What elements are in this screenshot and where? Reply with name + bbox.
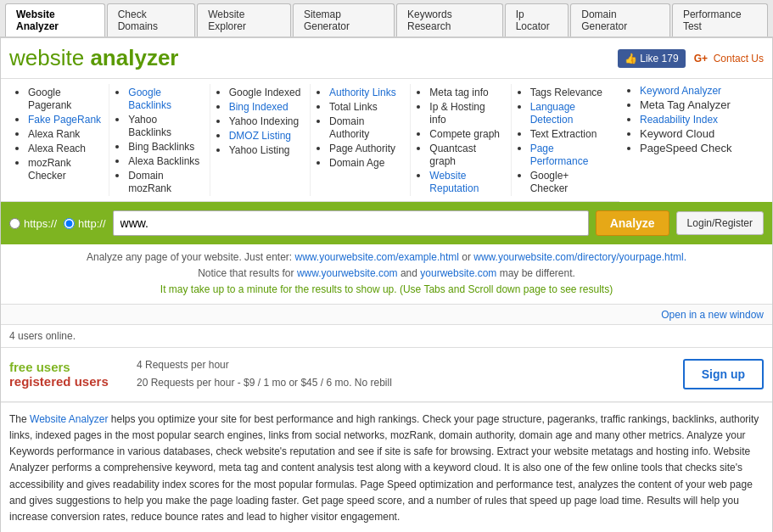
list-item: Yahoo Listing <box>229 143 303 156</box>
text-item: Text Extraction <box>530 128 597 140</box>
text-item: Alexa Backlinks <box>128 155 199 167</box>
users-online: 4 users online. <box>1 325 772 348</box>
info-url2-link[interactable]: yourwebsite.com <box>420 267 496 279</box>
link-item[interactable]: Website Reputation <box>429 170 479 194</box>
nav-tab-website-explorer[interactable]: Website Explorer <box>197 3 291 36</box>
url-input[interactable] <box>113 210 589 236</box>
info-line2: Notice that results for www.yourwebsite.… <box>9 266 764 282</box>
list-item: Quantcast graph <box>429 142 503 167</box>
facebook-like-button[interactable]: 👍 Like 179 <box>618 49 686 68</box>
sidebar-link[interactable]: Readability Index <box>640 114 718 126</box>
text-item: Google Indexed <box>229 87 301 98</box>
text-item: Compete graph <box>429 128 500 140</box>
header-right: 👍 Like 179 G+ Contact Us <box>618 49 764 68</box>
list-item: Keyword Cloud <box>640 127 764 140</box>
info-or: or <box>459 251 473 263</box>
users-requests: 4 Requests per hour 20 Requests per hour… <box>137 356 675 393</box>
list-item: Google Indexed <box>229 86 303 98</box>
nav-tab-website-analyzer[interactable]: Website Analyzer <box>5 3 105 36</box>
sidebar-link[interactable]: Keyword Analyzer <box>640 85 721 97</box>
info-line1-text: Analyze any page of your website. Just e… <box>87 251 294 263</box>
text-item: Total Links <box>329 101 378 113</box>
list-item: Website Reputation <box>429 169 503 194</box>
sidebar-list: Keyword AnalyzerMeta Tag AnalyzerReadabi… <box>628 84 764 154</box>
list-item: Page Performance <box>530 142 604 167</box>
text-item: Google Pagerank <box>28 87 71 111</box>
description-section: The Website Analyzer helps you optimize … <box>1 402 772 532</box>
sidebar-keywords: Keyword AnalyzerMeta Tag AnalyzerReadabi… <box>619 79 772 160</box>
nav-tab-check-domains[interactable]: Check Domains <box>107 3 196 36</box>
info-and: and <box>398 267 421 279</box>
links-col-5: Meta tag infoIp & Hosting infoCompete gr… <box>411 84 511 196</box>
info-line2-rest: may be different. <box>496 267 575 279</box>
text-item: Alexa Reach <box>28 143 86 154</box>
list-item: Compete graph <box>429 127 503 140</box>
http-label[interactable]: http:// <box>78 217 106 230</box>
desc-after: helps you optimize your site for best pe… <box>9 413 759 523</box>
text-item: Page Authority <box>329 143 395 154</box>
list-item: PageSpeed Check <box>640 142 764 154</box>
text-item: Domain Age <box>329 157 384 169</box>
new-window-link[interactable]: Open in a new window <box>661 309 764 321</box>
text-item: Tags Relevance <box>530 87 602 98</box>
col5-list: Meta tag infoIp & Hosting infoCompete gr… <box>417 86 503 194</box>
info-url1-link[interactable]: www.yourwebsite.com <box>297 267 398 279</box>
website-analyzer-link[interactable]: Website Analyzer <box>30 413 109 425</box>
links-col-4: Authority LinksTotal LinksDomain Authori… <box>311 84 411 196</box>
list-item: Domain Authority <box>329 115 403 140</box>
text-item: Domain mozRank <box>128 170 171 194</box>
info-example1-link[interactable]: www.yourwebsite.com/example.html <box>294 251 458 263</box>
links-col-2: Google BacklinksYahoo BacklinksBing Back… <box>109 84 210 196</box>
site-title: website analyzer <box>9 45 178 71</box>
list-item: Keyword Analyzer <box>640 84 764 97</box>
link-item[interactable]: Language Detection <box>530 101 575 126</box>
text-item: Google+ Checker <box>530 170 569 194</box>
text-item: Yahoo Backlinks <box>128 114 171 138</box>
list-item: Yahoo Backlinks <box>128 113 202 138</box>
link-item[interactable]: Page Performance <box>530 143 589 167</box>
sidebar-text: Meta Tag Analyzer <box>640 98 731 111</box>
nav-tab-domain-generator[interactable]: Domain Generator <box>570 3 670 36</box>
list-item: Google+ Checker <box>530 169 604 194</box>
list-item: Meta Tag Analyzer <box>640 98 764 111</box>
reg-requests-text: 20 Requests per hour - $9 / 1 mo or $45 … <box>137 374 675 393</box>
gplus-contact: G+ Contact Us <box>694 53 764 64</box>
link-item[interactable]: Authority Links <box>329 87 396 98</box>
text-item: Yahoo Listing <box>229 144 290 156</box>
list-item: Ip & Hosting info <box>429 100 503 126</box>
nav-tab-sitemap-generator[interactable]: Sitemap Generator <box>293 3 395 36</box>
login-register-button[interactable]: Login/Register <box>676 211 764 235</box>
signup-button[interactable]: Sign up <box>683 359 764 389</box>
https-radio[interactable] <box>9 218 20 229</box>
list-item: Yahoo Indexing <box>229 115 303 127</box>
link-item[interactable]: Google Backlinks <box>128 87 171 111</box>
users-online-text: 4 users online. <box>9 330 76 342</box>
http-radio-group: http:// <box>64 217 106 230</box>
link-item[interactable]: Bing Indexed <box>229 101 288 113</box>
list-item: Alexa Reach <box>28 142 102 154</box>
list-item: Text Extraction <box>530 127 604 140</box>
list-item: Bing Indexed <box>229 100 303 113</box>
link-item[interactable]: Fake PageRank <box>28 114 101 126</box>
nav-tab-ip-locator[interactable]: Ip Locator <box>505 3 569 36</box>
list-item: Tags Relevance <box>530 86 604 98</box>
sidebar-text: PageSpeed Check <box>640 142 731 154</box>
users-labels: free users registered users <box>9 360 128 389</box>
list-item: Google Pagerank <box>28 86 102 111</box>
nav-tab-performance-test[interactable]: Performance Test <box>672 3 768 36</box>
https-label[interactable]: https:// <box>24 217 57 230</box>
info-example2-link[interactable]: www.yourwebsite.com/directory/yourpage.h… <box>473 251 686 263</box>
https-radio-group: https:// <box>9 217 57 230</box>
search-bar: https:// http:// Analyze Login/Register <box>1 202 772 244</box>
nav-tab-keywords-research[interactable]: Keywords Research <box>396 3 503 36</box>
top-navigation: Website AnalyzerCheck DomainsWebsite Exp… <box>0 0 773 37</box>
contact-us-link[interactable]: Contact Us <box>714 53 764 64</box>
text-item: Domain Authority <box>329 115 369 140</box>
links-col-1: Google PagerankFake PageRankAlexa RankAl… <box>9 84 109 196</box>
users-info-section: free users registered users 4 Requests p… <box>1 348 772 402</box>
http-radio[interactable] <box>64 218 75 229</box>
info-line1: Analyze any page of your website. Just e… <box>9 249 764 266</box>
new-window-bar: Open in a new window <box>1 305 772 325</box>
link-item[interactable]: DMOZ Listing <box>229 130 291 142</box>
analyze-button[interactable]: Analyze <box>596 210 669 236</box>
